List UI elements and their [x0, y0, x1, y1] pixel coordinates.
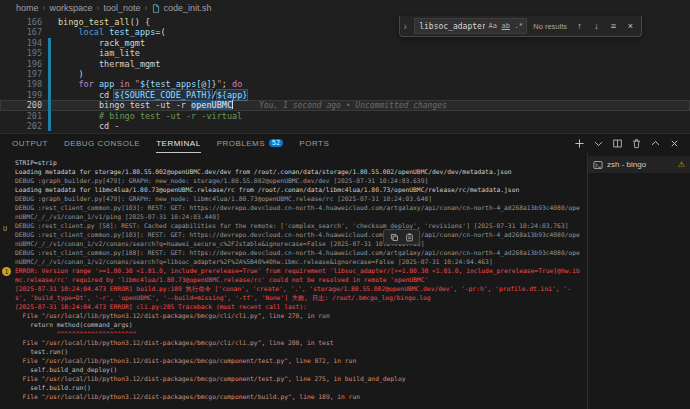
terminal-line: [2025-07-31 10:24:04.473 ERROR] build.py…	[15, 284, 581, 302]
modified-line-indicator	[48, 111, 51, 121]
panel-tab-terminal[interactable]: TERMINAL	[156, 134, 200, 153]
terminal-command-decoration[interactable]: 1	[2, 267, 11, 276]
vscode-window: home›workspace›tool_note›code_init.sh 16…	[0, 0, 690, 409]
terminal-line: File "/usr/local/lib/python3.12/dist-pac…	[15, 392, 581, 401]
line-number: 194	[0, 38, 42, 48]
breadcrumb-item[interactable]: home	[16, 3, 39, 13]
warning-icon: ⚠	[678, 160, 685, 169]
terminal-line: Loading metadata for libmc4lua/1.80.73@o…	[15, 185, 581, 194]
panel-tab-label: PORTS	[299, 139, 329, 148]
find-input[interactable]	[419, 22, 485, 31]
code-text: bingo test -ut -r openUBMC	[58, 100, 233, 110]
line-number: 198	[0, 79, 42, 89]
terminal-line: [2025-07-31 10:24:04.473 ERROR] cli.py:2…	[15, 302, 581, 311]
regex-icon[interactable]: .*	[513, 22, 524, 30]
editor-line[interactable]: 200 bingo test -ut -r openUBMCYou, 1 sec…	[0, 100, 690, 110]
modified-line-indicator	[48, 100, 51, 110]
panel-tab-debug-console[interactable]: DEBUG CONSOLE	[64, 134, 140, 153]
line-number: 201	[0, 111, 42, 121]
terminal-line: DEBUG :rest_client_common.py[103]: REST:…	[15, 230, 581, 248]
breadcrumb-separator-icon: ›	[97, 3, 100, 13]
find-next-button[interactable]: ↓	[590, 20, 603, 33]
terminal-panel: U 1 STRIP=stripLoading metadata for stor…	[0, 153, 690, 409]
editor-line[interactable]: 202 cd -	[0, 121, 690, 131]
breadcrumb: home›workspace›tool_note›code_init.sh	[0, 0, 690, 16]
code-text: iam_lite	[58, 48, 140, 58]
code-text: for app in "${test_apps[@]}"; do	[58, 79, 242, 89]
panel-actions	[573, 134, 690, 153]
editor-line[interactable]: 195 iam_lite	[0, 48, 690, 58]
terminal-line: DEBUG :rest_client_common.py[188]: REST:…	[15, 248, 581, 266]
match-case-icon[interactable]: Aa	[487, 22, 498, 30]
find-results-label: No results	[531, 22, 569, 31]
panel-tab-label: PROBLEMS	[217, 139, 265, 148]
panel-tabs: OUTPUTDEBUG CONSOLETERMINALPROBLEMS52POR…	[12, 134, 345, 153]
find-previous-button[interactable]: ↑	[573, 20, 586, 33]
find-widget: › Aa ab .* No results ↑ ↓ ≡ ×	[399, 16, 642, 37]
terminal-dropdown-icon[interactable]	[592, 138, 604, 150]
new-terminal-icon[interactable]	[573, 138, 585, 150]
modified-line-indicator	[48, 59, 51, 69]
terminal-hover-toolbar	[383, 229, 420, 245]
terminal-output[interactable]: STRIP=stripLoading metadata for storage/…	[13, 153, 587, 409]
terminal-line: DEBUG :rest_client_common.py[103]: REST:…	[15, 203, 581, 221]
copy-icon[interactable]	[389, 232, 399, 242]
find-in-selection-icon[interactable]: ≡	[607, 20, 620, 33]
file-icon	[152, 4, 160, 13]
editor-line[interactable]: 198 for app in "${test_apps[@]}"; do	[0, 79, 690, 89]
code-text: thermal_mgmt	[58, 59, 160, 69]
code-text: bingo_test_all() {	[58, 17, 150, 27]
line-number: 199	[0, 90, 42, 100]
terminal-gutter-mark: U	[3, 225, 7, 233]
split-terminal-icon[interactable]	[611, 138, 623, 150]
code-text: cd ${SOURCE_CODE_PATH}/${app}	[58, 90, 247, 100]
panel-tab-problems[interactable]: PROBLEMS52	[217, 134, 284, 153]
breadcrumb-separator-icon: ›	[145, 3, 148, 13]
problems-count-badge: 52	[269, 139, 283, 148]
maximize-panel-icon[interactable]	[649, 138, 661, 150]
editor-line[interactable]: 199 cd ${SOURCE_CODE_PATH}/${app}	[0, 90, 690, 100]
find-input-box: Aa ab .*	[414, 18, 527, 34]
close-panel-icon[interactable]	[668, 138, 680, 150]
line-number: 166	[0, 17, 42, 27]
breadcrumb-separator-icon: ›	[43, 3, 46, 13]
terminal-tab-label: zsh - bingo	[607, 160, 674, 169]
terminal-line: File "/usr/local/lib/python3.12/dist-pac…	[15, 311, 581, 320]
toggle-replace-icon[interactable]: ›	[400, 16, 410, 36]
terminal-tab-zsh-bingo[interactable]: zsh - bingo ⚠	[588, 156, 690, 173]
terminal-line: return method(command_args)	[15, 320, 581, 329]
terminal-line: self.build_and_deploy()	[15, 365, 581, 374]
breadcrumb-item[interactable]: workspace	[50, 3, 93, 13]
panel-tab-label: DEBUG CONSOLE	[64, 139, 140, 148]
breadcrumb-item[interactable]: code_init.sh	[164, 3, 212, 13]
breadcrumb-item[interactable]: tool_note	[104, 3, 141, 13]
terminal-line: STRIP=strip	[15, 158, 581, 167]
panel-tab-ports[interactable]: PORTS	[299, 134, 329, 153]
terminal-line: ERROR: Version range '>=1.80.30 <1.81.0,…	[15, 266, 581, 284]
terminal-line: DEBUG :rest_client.py [58]: REST: Cached…	[15, 221, 581, 230]
code-text: rack_mgmt	[58, 38, 145, 48]
modified-line-indicator	[48, 69, 51, 79]
line-number: 197	[0, 69, 42, 79]
line-number: 196	[0, 59, 42, 69]
whole-word-icon[interactable]: ab	[500, 22, 511, 30]
line-number: 195	[0, 48, 42, 58]
terminal-line: self.build.run()	[15, 383, 581, 392]
panel-tab-output[interactable]: OUTPUT	[12, 134, 48, 153]
terminal-line: File "/usr/local/lib/python3.12/dist-pac…	[15, 374, 581, 383]
line-number: 200	[0, 100, 42, 110]
editor-line[interactable]: 201 # bingo test -ut -r -virtual	[0, 111, 690, 121]
editor-line[interactable]: 196 thermal_mgmt	[0, 59, 690, 69]
terminal-tabs-sidebar: zsh - bingo ⚠	[587, 153, 690, 409]
kill-terminal-icon[interactable]	[630, 138, 642, 150]
terminal-line: test.run()	[15, 347, 581, 356]
terminal-line: ^^^^^^^^^^^^^^^^^^^^^	[15, 329, 581, 338]
modified-line-indicator	[48, 90, 51, 100]
find-close-button[interactable]: ×	[624, 20, 637, 33]
breadcrumb-items: home›workspace›tool_note›code_init.sh	[16, 3, 212, 13]
editor-line[interactable]: 197 )	[0, 69, 690, 79]
editor-line[interactable]: 194 rack_mgmt	[0, 38, 690, 48]
code-text: local test_apps=(	[58, 27, 166, 37]
clipboard-icon[interactable]	[404, 232, 414, 242]
terminal-prompt-icon	[593, 160, 603, 170]
